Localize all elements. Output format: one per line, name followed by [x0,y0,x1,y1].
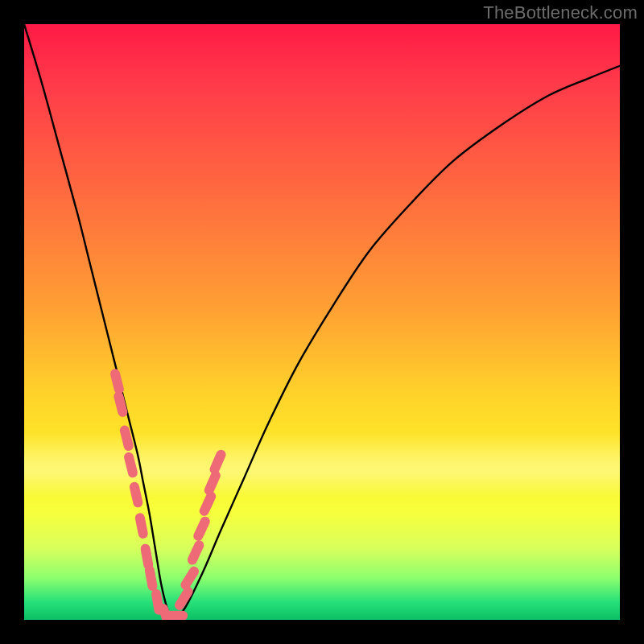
highlight-marker [192,545,199,559]
highlight-marker [129,457,133,473]
highlight-marker [204,497,211,511]
curve-svg [24,24,620,620]
highlight-marker [146,549,149,565]
highlight-marker [115,374,119,389]
highlight-marker [118,396,122,411]
chart-container: TheBottleneck.com [0,0,644,644]
highlight-marker [140,518,143,534]
highlight-markers [115,374,221,620]
highlight-marker [198,522,204,536]
highlight-marker [150,570,153,586]
highlight-marker [125,431,129,446]
plot-area [24,24,620,620]
watermark-text: TheBottleneck.com [483,2,638,23]
highlight-marker [156,594,159,610]
highlight-marker [185,572,194,585]
bottleneck-curve [24,24,620,620]
highlight-marker [209,476,216,490]
highlight-marker [134,487,138,502]
highlight-marker [214,455,221,469]
